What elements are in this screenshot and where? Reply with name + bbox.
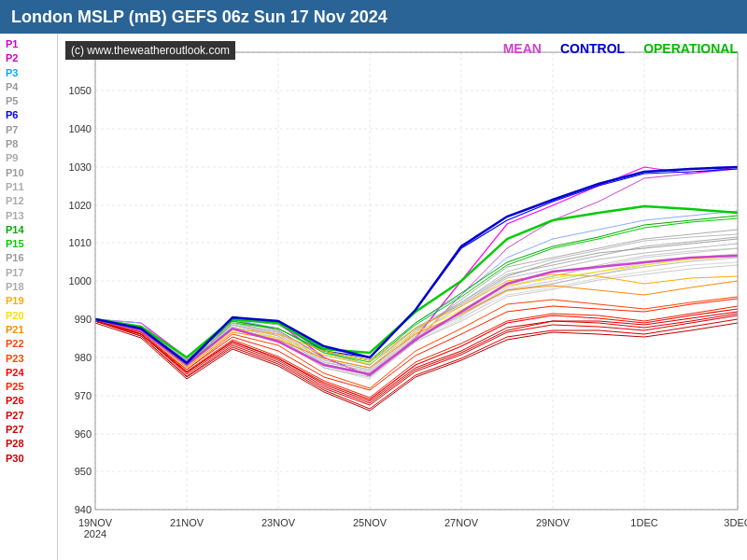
svg-text:1000: 1000 (69, 275, 92, 287)
legend-item: P12 (2, 194, 55, 207)
legend-item: P10 (2, 166, 55, 179)
svg-text:970: 970 (75, 390, 92, 401)
control-legend-label: CONTROL (560, 41, 625, 56)
legend-item: P25 (2, 380, 55, 393)
svg-text:990: 990 (75, 314, 92, 325)
svg-text:19NOV: 19NOV (78, 517, 113, 528)
page-title: London MSLP (mB) GEFS 06z Sun 17 Nov 202… (0, 0, 747, 34)
watermark: (c) www.theweatheroutlook.com (65, 41, 235, 60)
svg-text:1050: 1050 (69, 85, 92, 96)
legend-panel: P1P2P3P4P5P6P7P8P9P10P11P12P13P14P15P16P… (0, 34, 58, 560)
legend-item: P17 (2, 266, 55, 279)
svg-text:1020: 1020 (69, 200, 92, 211)
svg-text:960: 960 (75, 428, 92, 440)
svg-text:940: 940 (75, 504, 92, 515)
chart-container: P1P2P3P4P5P6P7P8P9P10P11P12P13P14P15P16P… (0, 34, 747, 560)
legend-item: P6 (2, 108, 55, 121)
chart-svg: 1060 1050 1040 1030 1020 1010 1000 990 9… (58, 34, 747, 560)
legend-item: P9 (2, 151, 55, 164)
svg-text:21NOV: 21NOV (170, 517, 204, 528)
legend-item: P30 (2, 452, 55, 465)
legend-item: P24 (2, 366, 55, 379)
legend-item: P26 (2, 394, 55, 407)
svg-text:1040: 1040 (69, 123, 92, 134)
operational-legend-label: OPERATIONAL (643, 41, 738, 56)
legend-item: P4 (2, 80, 55, 93)
legend-item: P15 (2, 237, 55, 250)
svg-text:23NOV: 23NOV (261, 517, 296, 528)
mean-legend-label: MEAN (503, 41, 542, 56)
legend-item: P2 (2, 51, 55, 64)
legend-item: P8 (2, 137, 55, 150)
legend-item: P27 (2, 423, 55, 436)
top-legend: MEAN CONTROL OPERATIONAL (503, 41, 738, 56)
svg-text:3DEC: 3DEC (724, 517, 747, 528)
svg-text:1DEC: 1DEC (630, 517, 657, 528)
legend-item: P11 (2, 180, 55, 193)
svg-text:25NOV: 25NOV (353, 517, 388, 528)
legend-item: P5 (2, 94, 55, 107)
svg-text:29NOV: 29NOV (536, 517, 571, 528)
chart-area: (c) www.theweatheroutlook.com MEAN CONTR… (58, 34, 747, 560)
legend-item: P21 (2, 323, 55, 336)
legend-item: P1 (2, 37, 55, 50)
legend-item: P13 (2, 209, 55, 222)
svg-text:980: 980 (75, 352, 92, 363)
svg-text:27NOV: 27NOV (444, 517, 479, 528)
legend-item: P28 (2, 437, 55, 450)
legend-item: P20 (2, 309, 55, 322)
svg-text:2024: 2024 (84, 528, 106, 539)
legend-item: P3 (2, 66, 55, 79)
legend-item: P14 (2, 223, 55, 236)
svg-text:950: 950 (75, 466, 92, 477)
legend-item: P19 (2, 294, 55, 307)
legend-item: P18 (2, 280, 55, 293)
svg-text:1010: 1010 (69, 237, 92, 248)
legend-item: P16 (2, 251, 55, 264)
legend-item: P22 (2, 337, 55, 350)
svg-text:1030: 1030 (69, 161, 92, 173)
legend-item: P23 (2, 352, 55, 365)
legend-item: P27 (2, 409, 55, 422)
header-text: London MSLP (mB) GEFS 06z Sun 17 Nov 202… (11, 7, 388, 27)
legend-item: P7 (2, 123, 55, 136)
